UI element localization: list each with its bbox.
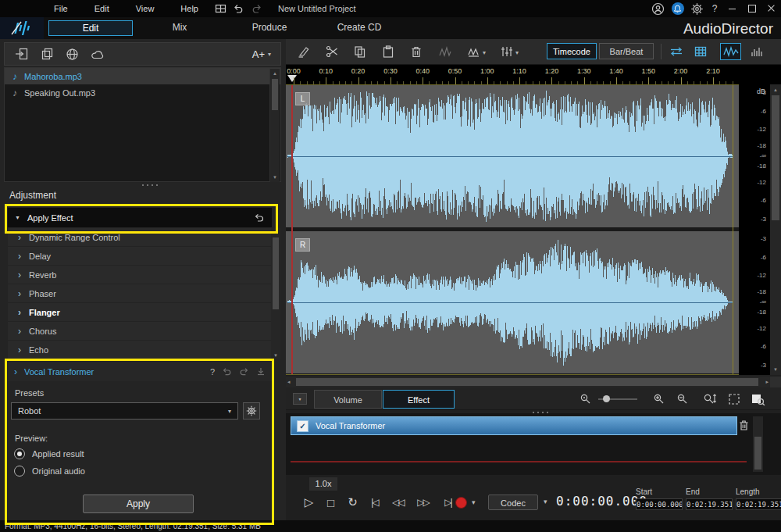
grid-snap-icon[interactable] [692,44,709,59]
notifications-icon[interactable] [669,1,686,16]
fast-forward-button[interactable]: ▷▷ [412,492,433,512]
adjust-duration-icon[interactable] [465,44,483,59]
cloud-icon[interactable] [91,48,105,60]
scroll-down-icon[interactable]: ▼ [770,366,781,373]
timecode-button[interactable]: Timecode [547,43,597,59]
zoom-slider-knob[interactable] [603,395,610,402]
copy-icon[interactable] [351,44,369,59]
effect-item-flanger[interactable]: › Flanger [8,303,272,322]
close-button[interactable] [761,0,781,17]
codec-button[interactable]: Codec [488,495,538,510]
length-value[interactable]: 0:02:19.351 [736,498,781,510]
effect-reset-icon[interactable] [256,367,266,376]
apply-button[interactable]: Apply [83,495,194,513]
tab-volume[interactable]: Volume [314,390,382,409]
chevron-down-icon[interactable]: ▾ [483,49,486,56]
tab-effect[interactable]: Effect [383,390,455,409]
scrollbar-thumb[interactable] [272,79,278,110]
effect-enabled-checkbox[interactable]: ✓ [297,420,308,432]
reset-effects-icon[interactable] [254,213,265,223]
undo-icon[interactable] [230,1,247,16]
bar-beat-button[interactable]: Bar/Beat [599,43,654,59]
record-options-caret-icon[interactable]: ▾ [472,498,476,506]
waveform-view-button[interactable] [720,43,741,60]
radio-original-audio[interactable]: Original audio [14,466,85,477]
effect-item-reverb[interactable]: › Reverb [8,266,272,284]
scroll-up-icon[interactable]: ▲ [770,86,781,94]
scroll-up-icon[interactable]: ▲ [270,70,280,77]
playback-speed-badge[interactable]: 1.0x [309,477,337,491]
scrollbar-thumb[interactable] [754,437,761,470]
zoom-in-icon[interactable] [653,393,665,405]
timeline-ruler[interactable]: 0:000:100:200:300:400:501:001:101:201:30… [286,65,781,84]
tab-create-cd[interactable]: Create CD [316,20,402,34]
waveform-left[interactable]: L [286,85,739,227]
track-options-dropdown[interactable]: ▾ [293,393,307,405]
scroll-up-icon[interactable]: ▲ [271,228,280,236]
paste-icon[interactable] [380,44,397,59]
effect-track-row[interactable]: ✓ Vocal Transformer [291,416,737,435]
swap-channels-icon[interactable] [668,44,685,59]
preset-dropdown[interactable]: Robot ▾ [11,402,238,420]
normalize-icon[interactable] [437,44,454,59]
effect-item-delay[interactable]: › Delay [8,247,272,266]
start-value[interactable]: 0:00:00.000 [636,498,683,510]
workspace-layout-icon[interactable] [212,1,229,16]
list-item-speaking-out[interactable]: ♪ Speaking Out.mp3 [5,84,280,101]
tab-mix[interactable]: Mix [141,20,219,34]
vocal-transformer-header[interactable]: › Vocal Transformer ? [8,362,272,381]
help-icon[interactable]: ? [707,3,722,14]
text-to-speech-button[interactable]: A+ ▾ [252,48,271,60]
menu-help[interactable]: Help [167,4,212,13]
razor-tool-icon[interactable] [295,44,312,59]
effect-item-phaser[interactable]: › Phaser [8,284,272,303]
radio-applied-result[interactable]: Applied result [14,448,84,459]
account-icon[interactable] [649,1,667,16]
preset-settings-button[interactable] [243,402,260,420]
tab-produce[interactable]: Produce [230,20,308,34]
waveform-region[interactable]: L R [286,84,739,375]
scroll-down-icon[interactable]: ▼ [271,352,280,359]
go-to-start-button[interactable]: |◁ [364,492,385,512]
scrollbar-thumb[interactable] [296,378,758,386]
scissors-icon[interactable] [323,44,341,59]
playhead-marker-icon[interactable] [287,75,297,82]
waveform-right[interactable]: R [286,231,739,373]
effect-list-scrollbar[interactable]: ▲ ▼ [271,228,280,359]
tab-edit[interactable]: Edit [48,20,133,36]
zoom-tool-icon[interactable] [580,393,592,405]
mixer-tool-icon[interactable] [498,44,515,59]
maximize-button[interactable] [742,0,761,17]
menu-edit[interactable]: Edit [81,4,123,13]
settings-gear-icon[interactable] [688,1,706,16]
record-button[interactable] [455,497,467,509]
rewind-button[interactable]: ◁◁ [387,492,408,512]
effect-undo-icon[interactable] [222,367,232,376]
zoom-out-icon[interactable] [676,393,689,405]
apply-effect-header[interactable]: ▼ Apply Effect [8,208,272,227]
list-item-mahoroba[interactable]: ♪ Mahoroba.mp3 [5,68,280,84]
chevron-down-icon[interactable]: ▾ [515,49,519,56]
menu-view[interactable]: View [123,4,168,13]
download-audio-icon[interactable] [66,48,79,61]
play-button[interactable]: ▷ [298,492,319,512]
horizontal-scrollbar[interactable]: ◂ ▸ [286,377,770,387]
scroll-right-icon[interactable]: ▸ [765,377,769,387]
delete-icon[interactable] [408,44,425,59]
panel-splitter-handle[interactable] [0,182,286,187]
codec-caret-icon[interactable]: ▾ [544,498,547,505]
import-folder-icon[interactable] [41,48,54,60]
effect-area-scrollbar[interactable] [753,416,763,472]
stop-button[interactable]: □ [320,492,341,512]
delete-effect-icon[interactable] [739,420,749,430]
scroll-down-icon[interactable]: ▼ [270,173,280,181]
minimize-button[interactable] [722,0,742,17]
end-value[interactable]: 0:02:19.351 [686,498,733,510]
fit-to-window-icon[interactable] [728,393,740,405]
effect-redo-icon[interactable] [239,367,249,376]
vertical-scrollbar[interactable]: ▲ ▼ [770,84,781,375]
spectral-view-button[interactable] [747,43,768,60]
effect-help-icon[interactable]: ? [210,367,215,377]
redo-icon[interactable] [248,1,265,16]
zoom-selection-icon[interactable] [751,393,765,405]
